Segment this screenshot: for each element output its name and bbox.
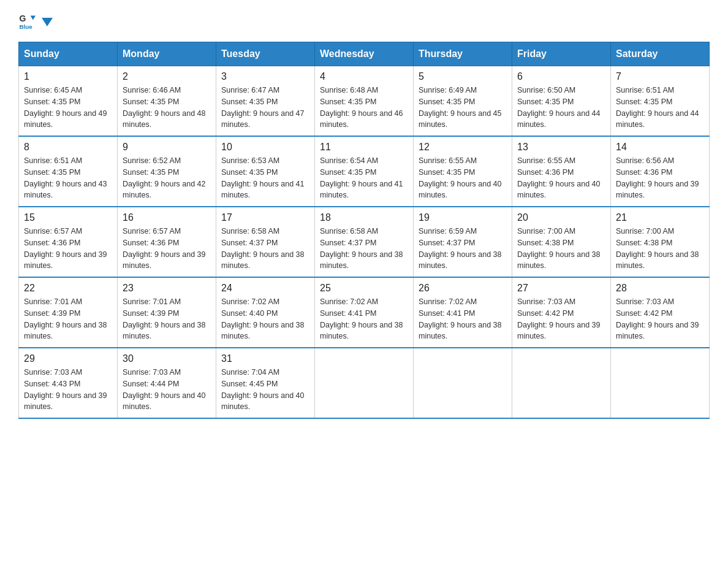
logo-icon: G Blue: [18, 12, 36, 29]
day-number: 4: [320, 71, 408, 82]
svg-text:Blue: Blue: [19, 23, 32, 29]
day-info: Sunrise: 6:46 AM Sunset: 4:35 PM Dayligh…: [123, 85, 211, 131]
weekday-header-wednesday: Wednesday: [315, 42, 414, 66]
logo: G Blue: [18, 12, 53, 29]
day-info: Sunrise: 7:02 AM Sunset: 4:41 PM Dayligh…: [320, 296, 408, 342]
calendar-cell: 30 Sunrise: 7:03 AM Sunset: 4:44 PM Dayl…: [118, 348, 216, 418]
calendar-cell: 26 Sunrise: 7:02 AM Sunset: 4:41 PM Dayl…: [414, 277, 512, 348]
day-number: 7: [616, 71, 704, 82]
day-number: 15: [24, 212, 112, 223]
day-info: Sunrise: 6:59 AM Sunset: 4:37 PM Dayligh…: [419, 226, 507, 272]
calendar-cell: 1 Sunrise: 6:45 AM Sunset: 4:35 PM Dayli…: [19, 66, 118, 137]
calendar-cell: 27 Sunrise: 7:03 AM Sunset: 4:42 PM Dayl…: [512, 277, 611, 348]
day-info: Sunrise: 6:48 AM Sunset: 4:35 PM Dayligh…: [320, 85, 408, 131]
weekday-header-monday: Monday: [118, 42, 216, 66]
day-info: Sunrise: 6:57 AM Sunset: 4:36 PM Dayligh…: [24, 226, 112, 272]
calendar-cell: 22 Sunrise: 7:01 AM Sunset: 4:39 PM Dayl…: [19, 277, 118, 348]
calendar-week-row: 22 Sunrise: 7:01 AM Sunset: 4:39 PM Dayl…: [19, 277, 710, 348]
day-info: Sunrise: 6:51 AM Sunset: 4:35 PM Dayligh…: [616, 85, 704, 131]
day-info: Sunrise: 6:58 AM Sunset: 4:37 PM Dayligh…: [221, 226, 309, 272]
calendar-week-row: 8 Sunrise: 6:51 AM Sunset: 4:35 PM Dayli…: [19, 136, 710, 207]
day-number: 2: [123, 71, 211, 82]
day-number: 23: [123, 283, 211, 294]
calendar-cell: 23 Sunrise: 7:01 AM Sunset: 4:39 PM Dayl…: [118, 277, 216, 348]
day-number: 29: [24, 353, 112, 364]
day-info: Sunrise: 6:55 AM Sunset: 4:35 PM Dayligh…: [419, 155, 507, 201]
svg-marker-3: [42, 18, 53, 26]
day-number: 14: [616, 142, 704, 153]
calendar-cell: 20 Sunrise: 7:00 AM Sunset: 4:38 PM Dayl…: [512, 207, 611, 277]
weekday-header-row: SundayMondayTuesdayWednesdayThursdayFrid…: [19, 42, 710, 66]
day-number: 13: [517, 142, 605, 153]
day-number: 20: [517, 212, 605, 223]
calendar-cell: 14 Sunrise: 6:56 AM Sunset: 4:36 PM Dayl…: [611, 136, 710, 207]
day-info: Sunrise: 6:54 AM Sunset: 4:35 PM Dayligh…: [320, 155, 408, 201]
calendar-cell: 19 Sunrise: 6:59 AM Sunset: 4:37 PM Dayl…: [414, 207, 512, 277]
calendar-cell: 16 Sunrise: 6:57 AM Sunset: 4:36 PM Dayl…: [118, 207, 216, 277]
calendar-cell: 11 Sunrise: 6:54 AM Sunset: 4:35 PM Dayl…: [315, 136, 414, 207]
day-number: 16: [123, 212, 211, 223]
weekday-header-friday: Friday: [512, 42, 611, 66]
day-number: 22: [24, 283, 112, 294]
day-number: 9: [123, 142, 211, 153]
day-number: 8: [24, 142, 112, 153]
day-number: 6: [517, 71, 605, 82]
calendar-cell: 4 Sunrise: 6:48 AM Sunset: 4:35 PM Dayli…: [315, 66, 414, 137]
calendar-cell: 10 Sunrise: 6:53 AM Sunset: 4:35 PM Dayl…: [216, 136, 315, 207]
day-info: Sunrise: 6:57 AM Sunset: 4:36 PM Dayligh…: [123, 226, 211, 272]
day-number: 30: [123, 353, 211, 364]
weekday-header-tuesday: Tuesday: [216, 42, 315, 66]
day-info: Sunrise: 6:52 AM Sunset: 4:35 PM Dayligh…: [123, 155, 211, 201]
day-number: 25: [320, 283, 408, 294]
calendar-cell: 21 Sunrise: 7:00 AM Sunset: 4:38 PM Dayl…: [611, 207, 710, 277]
day-info: Sunrise: 7:00 AM Sunset: 4:38 PM Dayligh…: [517, 226, 605, 272]
calendar-week-row: 29 Sunrise: 7:03 AM Sunset: 4:43 PM Dayl…: [19, 348, 710, 418]
calendar-cell: 2 Sunrise: 6:46 AM Sunset: 4:35 PM Dayli…: [118, 66, 216, 137]
svg-text:G: G: [19, 13, 26, 23]
calendar-week-row: 15 Sunrise: 6:57 AM Sunset: 4:36 PM Dayl…: [19, 207, 710, 277]
calendar-cell: 9 Sunrise: 6:52 AM Sunset: 4:35 PM Dayli…: [118, 136, 216, 207]
day-number: 27: [517, 283, 605, 294]
day-number: 12: [419, 142, 507, 153]
calendar-cell: [414, 348, 512, 418]
day-info: Sunrise: 7:03 AM Sunset: 4:43 PM Dayligh…: [24, 367, 112, 413]
day-info: Sunrise: 6:56 AM Sunset: 4:36 PM Dayligh…: [616, 155, 704, 201]
day-info: Sunrise: 6:49 AM Sunset: 4:35 PM Dayligh…: [419, 85, 507, 131]
calendar-cell: 31 Sunrise: 7:04 AM Sunset: 4:45 PM Dayl…: [216, 348, 315, 418]
day-info: Sunrise: 6:58 AM Sunset: 4:37 PM Dayligh…: [320, 226, 408, 272]
calendar-cell: 29 Sunrise: 7:03 AM Sunset: 4:43 PM Dayl…: [19, 348, 118, 418]
day-info: Sunrise: 7:03 AM Sunset: 4:42 PM Dayligh…: [616, 296, 704, 342]
day-info: Sunrise: 7:03 AM Sunset: 4:44 PM Dayligh…: [123, 367, 211, 413]
day-info: Sunrise: 7:04 AM Sunset: 4:45 PM Dayligh…: [221, 367, 309, 413]
day-number: 18: [320, 212, 408, 223]
weekday-header-saturday: Saturday: [611, 42, 710, 66]
calendar-cell: 25 Sunrise: 7:02 AM Sunset: 4:41 PM Dayl…: [315, 277, 414, 348]
calendar-cell: 3 Sunrise: 6:47 AM Sunset: 4:35 PM Dayli…: [216, 66, 315, 137]
day-number: 10: [221, 142, 309, 153]
calendar-cell: 13 Sunrise: 6:55 AM Sunset: 4:36 PM Dayl…: [512, 136, 611, 207]
day-number: 21: [616, 212, 704, 223]
calendar-cell: 5 Sunrise: 6:49 AM Sunset: 4:35 PM Dayli…: [414, 66, 512, 137]
day-info: Sunrise: 7:01 AM Sunset: 4:39 PM Dayligh…: [24, 296, 112, 342]
day-info: Sunrise: 7:03 AM Sunset: 4:42 PM Dayligh…: [517, 296, 605, 342]
calendar-cell: 18 Sunrise: 6:58 AM Sunset: 4:37 PM Dayl…: [315, 207, 414, 277]
calendar-cell: 6 Sunrise: 6:50 AM Sunset: 4:35 PM Dayli…: [512, 66, 611, 137]
calendar-table: SundayMondayTuesdayWednesdayThursdayFrid…: [18, 42, 710, 419]
calendar-cell: 8 Sunrise: 6:51 AM Sunset: 4:35 PM Dayli…: [19, 136, 118, 207]
calendar-cell: 12 Sunrise: 6:55 AM Sunset: 4:35 PM Dayl…: [414, 136, 512, 207]
day-info: Sunrise: 6:51 AM Sunset: 4:35 PM Dayligh…: [24, 155, 112, 201]
day-info: Sunrise: 7:02 AM Sunset: 4:40 PM Dayligh…: [221, 296, 309, 342]
day-number: 31: [221, 353, 309, 364]
day-info: Sunrise: 7:01 AM Sunset: 4:39 PM Dayligh…: [123, 296, 211, 342]
calendar-cell: [611, 348, 710, 418]
calendar-cell: 28 Sunrise: 7:03 AM Sunset: 4:42 PM Dayl…: [611, 277, 710, 348]
svg-marker-1: [31, 16, 36, 20]
day-info: Sunrise: 7:00 AM Sunset: 4:38 PM Dayligh…: [616, 226, 704, 272]
day-info: Sunrise: 6:45 AM Sunset: 4:35 PM Dayligh…: [24, 85, 112, 131]
logo-triangle-icon: [39, 15, 53, 29]
day-number: 28: [616, 283, 704, 294]
day-info: Sunrise: 6:53 AM Sunset: 4:35 PM Dayligh…: [221, 155, 309, 201]
weekday-header-thursday: Thursday: [414, 42, 512, 66]
day-info: Sunrise: 6:50 AM Sunset: 4:35 PM Dayligh…: [517, 85, 605, 131]
day-info: Sunrise: 6:47 AM Sunset: 4:35 PM Dayligh…: [221, 85, 309, 131]
